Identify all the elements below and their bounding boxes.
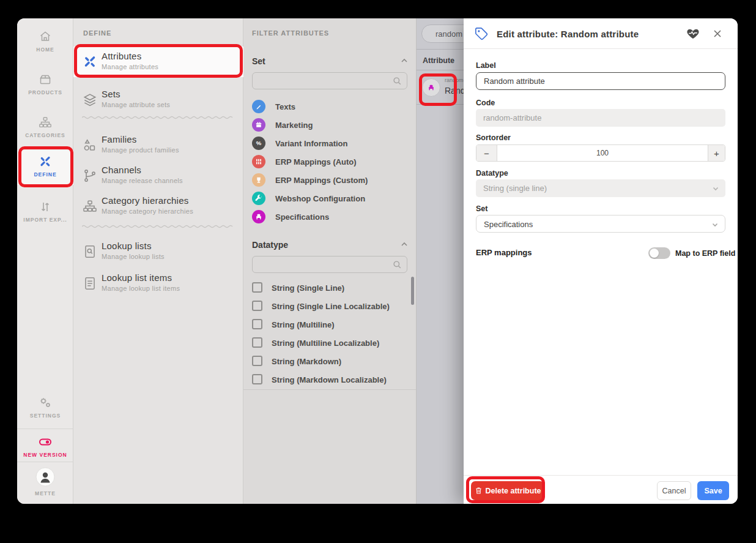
set-filter-erp-auto[interactable]: ERP Mappings (Auto) — [252, 153, 410, 170]
datatype-option[interactable]: String (Single Line) — [252, 280, 410, 296]
health-heart-icon[interactable] — [686, 27, 700, 40]
sidebar-item-user[interactable]: METTE — [17, 467, 73, 496]
layers-icon — [82, 92, 98, 108]
checkbox-icon[interactable] — [252, 337, 262, 348]
sidebar-label-user: METTE — [17, 490, 73, 496]
datatype-section-title: Datatype — [252, 240, 288, 250]
checkbox-icon[interactable] — [252, 282, 262, 293]
sidebar-divider — [17, 462, 73, 462]
set-search-input[interactable] — [252, 72, 407, 89]
datatype-select-value: String (single line) — [483, 184, 547, 193]
menu-item-lookup-lists[interactable]: Lookup lists Manage lookup lists — [73, 236, 243, 267]
decrement-button[interactable]: − — [476, 145, 497, 161]
trophy-icon — [252, 173, 265, 187]
pencil-icon — [252, 100, 265, 113]
set-field-label: Set — [476, 204, 487, 213]
datatype-option[interactable]: String (Single Line Localizable) — [252, 299, 410, 315]
search-filter-chip[interactable]: random — [421, 24, 464, 43]
save-button[interactable]: Save — [697, 481, 729, 500]
panel-header: Edit attribute: Random attribute — [464, 18, 738, 49]
delete-attribute-button[interactable]: Delete attribute — [471, 481, 544, 500]
code-input — [476, 109, 725, 127]
menu-item-title: Lookup lists — [102, 241, 152, 251]
define-menu-header: DEFINE — [83, 29, 111, 37]
sidebar-item-import-export[interactable]: IMPORT EXP... — [17, 200, 73, 223]
menu-item-subtitle: Manage category hierarchies — [102, 208, 193, 215]
gift-icon — [252, 118, 265, 132]
chevron-down-icon — [712, 185, 719, 192]
sidebar-label-define: DEFINE — [17, 171, 73, 178]
attribute-row-code: random-attribute — [445, 77, 464, 83]
label-input[interactable] — [476, 72, 725, 90]
list-divider — [417, 104, 464, 105]
list-divider — [417, 49, 464, 50]
filter-list-end-divider — [243, 389, 416, 390]
menu-item-title: Attributes — [102, 51, 141, 61]
set-filter-webshop-configuration[interactable]: Webshop Configuration — [252, 190, 410, 207]
cancel-button[interactable]: Cancel — [657, 481, 691, 500]
datatype-option[interactable]: String (Multiline Localizable) — [252, 335, 410, 351]
set-select[interactable]: Specifications — [476, 215, 725, 233]
menu-item-subtitle: Manage release channels — [102, 177, 183, 184]
sidebar-item-new-version[interactable]: NEW VERSION — [17, 435, 73, 458]
sidebar-label-new-version: NEW VERSION — [17, 452, 73, 458]
datatype-search-input[interactable] — [252, 256, 407, 273]
set-section-title: Set — [252, 56, 265, 66]
sidebar-divider — [17, 429, 73, 429]
increment-button[interactable]: + — [708, 145, 725, 161]
sidebar-label-import-export: IMPORT EXP... — [17, 217, 73, 223]
checkbox-icon[interactable] — [252, 356, 262, 366]
wavy-divider — [82, 224, 235, 229]
erp-mappings-label: ERP mappings — [476, 248, 532, 257]
menu-item-category-hierarchies[interactable]: Category hierarchies Manage category hie… — [73, 191, 243, 222]
sortorder-field-label: Sortorder — [476, 133, 511, 142]
sidebar-item-home[interactable]: HOME — [17, 29, 73, 53]
sidebar-item-settings[interactable]: SETTINGS — [17, 395, 73, 419]
branch-icon — [82, 168, 98, 184]
set-filter-label: Texts — [275, 102, 295, 111]
datatype-option-label: String (Markdown Localizable) — [272, 375, 387, 384]
sidebar-label-products: PRODUCTS — [17, 89, 73, 95]
list-divider — [417, 70, 464, 70]
menu-item-channels[interactable]: Channels Manage release channels — [73, 160, 243, 191]
datatype-option-label: String (Single Line) — [272, 283, 344, 293]
set-filter-texts[interactable]: Texts — [252, 98, 410, 115]
chevron-up-icon[interactable] — [400, 56, 409, 65]
sidebar-label-categories: CATEGORIES — [17, 132, 73, 138]
checkbox-icon[interactable] — [252, 319, 262, 329]
datatype-option[interactable]: String (Markdown Localizable) — [252, 372, 410, 388]
set-filter-erp-custom[interactable]: ERP Mappings (Custom) — [252, 171, 410, 189]
chair-icon — [252, 210, 265, 223]
checkbox-icon[interactable] — [252, 374, 262, 384]
sidebar-item-categories[interactable]: CATEGORIES — [17, 115, 73, 138]
panel-footer-divider — [464, 475, 738, 476]
wavy-divider — [82, 115, 235, 120]
datatype-option[interactable]: String (Markdown) — [252, 354, 410, 370]
datatype-option-label: String (Markdown) — [272, 357, 341, 366]
set-filter-specifications[interactable]: Specifications — [252, 208, 410, 225]
sidebar-item-products[interactable]: PRODUCTS — [17, 72, 73, 95]
menu-item-lookup-list-items[interactable]: Lookup list items Manage lookup list ite… — [73, 268, 243, 299]
set-filter-label: Marketing — [275, 121, 313, 130]
set-filter-marketing[interactable]: Marketing — [252, 116, 410, 133]
new-version-toggle-icon — [38, 435, 53, 449]
attribute-row-label: Random attribute — [445, 86, 464, 95]
products-icon — [38, 72, 53, 87]
user-avatar-icon — [35, 467, 55, 487]
svg-text:%: % — [256, 140, 262, 146]
datatype-option[interactable]: String (Multiline) — [252, 317, 410, 333]
chevron-up-icon[interactable] — [400, 240, 409, 249]
attribute-row[interactable]: random-attribute Random attribute — [417, 71, 464, 104]
app-window: HOME PRODUCTS CATEGORIES DEFINE IMPORT E… — [17, 18, 738, 504]
sidebar-item-define[interactable]: DEFINE — [17, 154, 73, 178]
menu-item-sets[interactable]: Sets Manage attribute sets — [73, 84, 243, 115]
erp-toggle[interactable] — [648, 247, 670, 259]
scrollbar-thumb[interactable] — [411, 277, 414, 305]
set-filter-variant-information[interactable]: % Variant Information — [252, 135, 410, 152]
attribute-column-header: Attribute — [423, 56, 454, 65]
sortorder-input[interactable] — [497, 145, 708, 161]
menu-item-attributes[interactable]: Attributes Manage attributes — [73, 47, 243, 77]
close-icon[interactable] — [712, 28, 723, 39]
menu-item-families[interactable]: Families Manage product families — [73, 130, 243, 160]
checkbox-icon[interactable] — [252, 301, 262, 311]
